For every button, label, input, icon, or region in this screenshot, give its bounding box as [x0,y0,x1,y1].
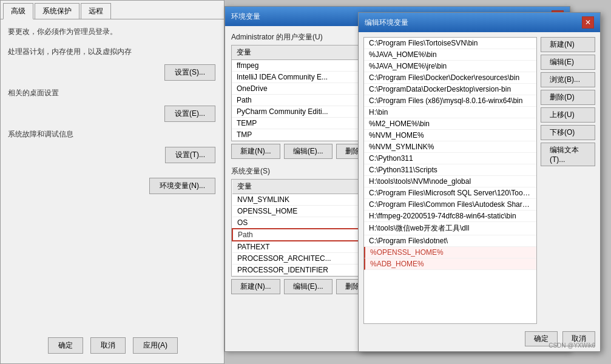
edit-path-btn[interactable]: 浏览(B)... [541,72,595,87]
sys-props-window: 高级 系统保护 远程 要更改，你必须作为管理员登录。 处理器计划，内存使用，以及… [0,0,224,364]
edit-dialog-titlebar: 编辑环境变量 ✕ [359,13,600,32]
user-var-btn[interactable]: 新建(N)... [231,144,280,159]
settings3-button[interactable]: 设置(T)... [165,147,215,163]
sys-props-note: 要更改，你必须作为管理员登录。 [8,27,217,37]
path-list-item[interactable]: C:\Program Files\dotnet\ [364,235,536,247]
settings2-button[interactable]: 设置(E)... [164,106,215,122]
path-list-item[interactable]: C:\Python311\Scripts [364,164,536,176]
watermark: CSDN @YXWik6 [549,342,595,349]
path-list-item[interactable]: H:\ffmpeg-20200519-74dfc88-win64-static\… [364,211,536,222]
path-list-item[interactable]: H:\bin [364,107,536,118]
path-list-item[interactable]: %JAVA_HOME%\bin [364,49,536,61]
user-var-btn[interactable]: 编辑(E)... [284,144,333,159]
path-list-item[interactable]: H:\tools\tools\NVM\node_global [364,176,536,187]
edit-path-btn[interactable]: 删除(D) [541,90,595,105]
section1-label: 处理器计划，内存使用，以及虚拟内存 [8,47,217,57]
cancel-button[interactable]: 取消 [90,337,126,354]
sys-var-btn[interactable]: 新建(N)... [231,279,280,294]
tab-advanced[interactable]: 高级 [3,3,33,19]
env-dialog-title: 环境变量 [231,12,260,22]
path-list-item[interactable]: C:\Program Files (x86)\mysql-8.0.16-winx… [364,95,536,107]
ok-button[interactable]: 确定 [48,337,83,354]
sys-var-btn[interactable]: 编辑(E)... [284,279,333,294]
edit-path-btn[interactable]: 上移(U) [541,107,595,123]
edit-env-dialog: 编辑环境变量 ✕ C:\Program Files\TortoiseSVN\bi… [358,12,601,352]
path-list-item[interactable]: C:\Python311 [364,153,536,164]
sys-props-body: 要更改，你必须作为管理员登录。 处理器计划，内存使用，以及虚拟内存 设置(S).… [1,19,224,209]
edit-dialog-close[interactable]: ✕ [582,16,594,29]
section3-label: 系统故障和调试信息 [8,129,217,140]
path-list-item[interactable]: %NVM_SYMLINK% [364,141,536,153]
path-list-item[interactable]: C:\Program Files\TortoiseSVN\bin [364,38,536,49]
path-list-item[interactable]: %NVM_HOME% [364,130,536,141]
edit-dialog-title: 编辑环境变量 [365,18,408,28]
path-list-item[interactable]: %OPENSSL_HOME% [364,247,536,258]
edit-path-btn[interactable]: 编辑文本(T)... [541,143,595,166]
path-list-item[interactable]: H:\tools\微信web开发者工具\dll [364,222,536,235]
sys-props-tabs: 高级 系统保护 远程 [1,1,224,19]
path-list-container[interactable]: C:\Program Files\TortoiseSVN\bin%JAVA_HO… [363,37,537,324]
path-list-item[interactable]: C:\ProgramData\DockerDesktop\version-bin [364,84,536,95]
bottom-buttons: 确定 取消 应用(A) [1,335,225,356]
env-vars-button[interactable]: 环境变量(N)... [149,178,215,194]
edit-buttons-col: 新建(N)编辑(E)浏览(B)...删除(D)上移(U)下移(O)编辑文本(T)… [541,37,595,329]
path-list-item[interactable]: C:\Program Files\Docker\Docker\resources… [364,72,536,84]
edit-path-btn[interactable]: 编辑(E) [541,55,595,70]
path-list-item[interactable]: C:\Program Files\Microsoft SQL Server\12… [364,187,536,199]
tab-remote[interactable]: 远程 [81,3,111,19]
path-list-item[interactable]: %JAVA_HOME%\jre\bin [364,61,536,72]
path-list-item[interactable]: C:\Program Files\Common Files\Autodesk S… [364,199,536,211]
tab-system-protection[interactable]: 系统保护 [35,3,79,19]
apply-button[interactable]: 应用(A) [133,337,178,354]
path-list: C:\Program Files\TortoiseSVN\bin%JAVA_HO… [364,38,536,270]
edit-path-btn[interactable]: 下移(O) [541,125,595,140]
edit-dialog-body: C:\Program Files\TortoiseSVN\bin%JAVA_HO… [359,32,600,351]
edit-path-btn[interactable]: 新建(N) [541,37,595,52]
path-list-item[interactable]: %M2_HOME%\bin [364,118,536,130]
settings1-button[interactable]: 设置(S)... [164,64,215,81]
path-list-item[interactable]: %ADB_HOME% [364,258,536,270]
section2-label: 相关的桌面设置 [8,88,217,98]
